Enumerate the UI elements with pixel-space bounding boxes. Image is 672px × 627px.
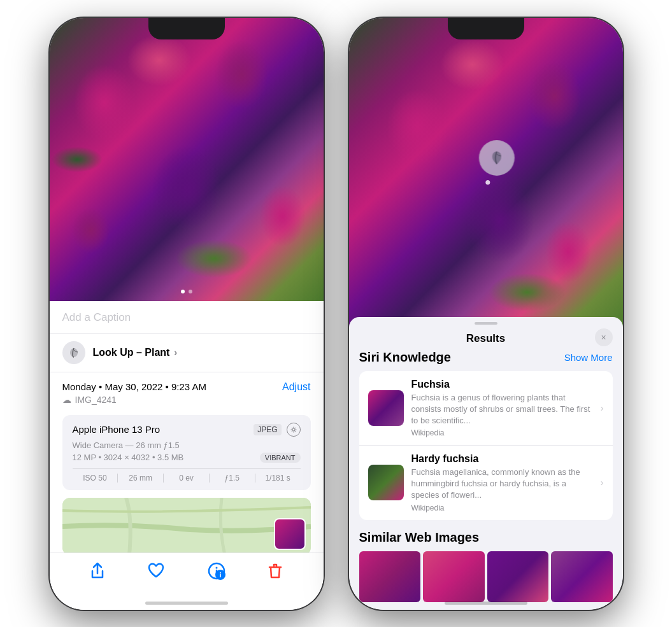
camera-model-row: Apple iPhone 13 Pro JPEG [73, 423, 301, 437]
visual-search-dot [485, 180, 490, 185]
visual-search-view: Results × Siri Knowledge Show More [349, 18, 623, 610]
hardy-text: Hardy fuchsia Fuchsia magellanica, commo… [411, 453, 593, 512]
camera-info-box: Apple iPhone 13 Pro JPEG [62, 415, 311, 490]
page-dot-2 [189, 290, 192, 293]
hardy-thumbnail [368, 465, 404, 500]
similar-img-2[interactable] [423, 551, 485, 602]
results-header: Results × [349, 325, 623, 350]
phone-2: Results × Siri Knowledge Show More [349, 18, 623, 610]
siri-knowledge-title: Siri Knowledge [359, 350, 451, 365]
filename-text: IMG_4241 [75, 395, 117, 405]
svg-text:i: i [219, 571, 221, 579]
camera-details-2-text: 12 MP • 3024 × 4032 • 3.5 MB [73, 453, 184, 462]
home-indicator [145, 602, 228, 605]
fuchsia-source: Wikipedia [411, 428, 593, 437]
results-title: Results [466, 332, 505, 345]
knowledge-item-hardy[interactable]: Hardy fuchsia Fuchsia magellanica, commo… [359, 446, 613, 520]
camera-model: Apple iPhone 13 Pro [73, 424, 161, 435]
visual-search-badge [478, 140, 514, 176]
flower-overlay-2 [349, 18, 623, 330]
results-panel: Results × Siri Knowledge Show More [349, 317, 623, 610]
camera-details-2: 12 MP • 3024 × 4032 • 3.5 MB VIBRANT [73, 453, 301, 463]
similar-img-4[interactable] [551, 551, 613, 602]
exif-ev: 0 ev [164, 474, 210, 483]
flower-photo-2 [349, 18, 623, 330]
close-icon: × [601, 332, 606, 342]
format-badges: JPEG [254, 423, 300, 437]
jpeg-badge: JPEG [254, 424, 281, 435]
page-dots [50, 290, 324, 293]
svg-point-3 [215, 567, 217, 568]
exif-aperture: ƒ1.5 [210, 474, 255, 483]
exif-row: ISO 50 26 mm 0 ev ƒ1.5 1/181 s [73, 468, 301, 483]
results-content: Siri Knowledge Show More Fuchsia Fuchsia… [349, 350, 623, 602]
map-area[interactable] [62, 498, 311, 555]
flower-overlay [50, 18, 324, 301]
home-indicator-2 [445, 602, 527, 605]
date-text: Monday • May 30, 2022 • 9:23 AM [62, 381, 206, 392]
fuchsia-thumbnail [368, 390, 404, 426]
similar-images-title: Similar Web Images [359, 530, 613, 545]
share-button[interactable] [90, 562, 105, 580]
hardy-chevron: › [601, 477, 604, 488]
adjust-button[interactable]: Adjust [282, 381, 310, 393]
exif-focal: 26 mm [118, 474, 164, 483]
fuchsia-description: Fuchsia is a genus of flowering plants t… [411, 392, 593, 427]
photo-info-view: Add a Caption Look Up – Plant › [50, 18, 324, 610]
exif-shutter: 1/181 s [255, 474, 301, 483]
phone-2-screen: Results × Siri Knowledge Show More [349, 18, 623, 610]
caption-area[interactable]: Add a Caption [50, 301, 324, 334]
camera-details-1: Wide Camera — 26 mm ƒ1.5 [73, 440, 301, 450]
cloud-icon: ☁ [62, 395, 71, 405]
show-more-button[interactable]: Show More [564, 352, 613, 363]
knowledge-item-fuchsia[interactable]: Fuchsia Fuchsia is a genus of flowering … [359, 371, 613, 446]
lookup-chevron: › [174, 347, 177, 358]
hardy-title: Hardy fuchsia [411, 453, 593, 465]
map-photo-thumb [274, 518, 306, 550]
hardy-description: Fuchsia magellanica, commonly known as t… [411, 467, 593, 502]
vibrant-badge: VIBRANT [260, 453, 301, 463]
flower-photo[interactable] [50, 18, 324, 301]
svg-point-0 [292, 428, 295, 431]
favorite-button[interactable] [147, 562, 165, 579]
delete-button[interactable] [268, 562, 283, 580]
camera-settings-icon[interactable] [287, 423, 301, 437]
similar-img-3[interactable] [487, 551, 549, 602]
fuchsia-text: Fuchsia Fuchsia is a genus of flowering … [411, 379, 593, 438]
visual-lookup-icon [62, 341, 85, 364]
similar-img-1[interactable] [359, 551, 421, 602]
date-row: Monday • May 30, 2022 • 9:23 AM ☁ IMG_42… [50, 372, 324, 407]
fuchsia-chevron: › [601, 403, 604, 413]
info-button[interactable]: i [208, 562, 225, 580]
lookup-text: Look Up – Plant › [93, 347, 178, 358]
phone-1-screen: Add a Caption Look Up – Plant › [50, 18, 324, 610]
exif-iso: ISO 50 [73, 474, 118, 483]
close-button[interactable]: × [595, 328, 613, 346]
date-info: Monday • May 30, 2022 • 9:23 AM ☁ IMG_42… [62, 381, 206, 405]
lookup-subject: Plant [145, 347, 169, 358]
hardy-source: Wikipedia [411, 504, 593, 512]
siri-knowledge-header: Siri Knowledge Show More [359, 350, 613, 365]
knowledge-card: Fuchsia Fuchsia is a genus of flowering … [359, 371, 613, 520]
lookup-row[interactable]: Look Up – Plant › [50, 334, 324, 372]
page-dot-1 [181, 290, 185, 293]
fuchsia-title: Fuchsia [411, 379, 593, 390]
similar-images-grid [359, 551, 613, 602]
caption-placeholder: Add a Caption [62, 311, 131, 323]
phone-1: Add a Caption Look Up – Plant › [50, 18, 324, 610]
filename-row: ☁ IMG_4241 [62, 395, 206, 405]
similar-images-section: Similar Web Images [359, 530, 613, 602]
